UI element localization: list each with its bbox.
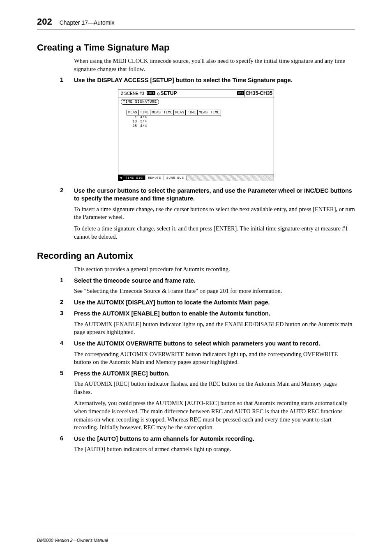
heading-time-signature-map: Creating a Time Signature Map <box>37 42 355 53</box>
step-body: To insert a time signature change, use t… <box>74 205 355 221</box>
step-body: Alternatively, you could press the AUTOM… <box>74 399 355 431</box>
meas-cell: 1 <box>127 115 139 120</box>
tab-filler <box>187 175 274 181</box>
page-number: 202 <box>37 16 52 27</box>
step-text: Use the AUTOMIX [DISPLAY] button to loca… <box>74 299 355 307</box>
step-body: The AUTOMIX [ENABLE] button indicator li… <box>74 320 355 336</box>
step-number: 1 <box>60 76 74 85</box>
time-signature-table: MEAS TIME MEAS TIME MEAS TIME MEAS TIME … <box>127 110 221 129</box>
page-header: 202 Chapter 17—Automix <box>37 16 355 30</box>
tab-remote[interactable]: REMOTE <box>145 175 164 180</box>
ch-icon: 96K <box>237 91 244 95</box>
step-2-3: 3 Press the AUTOMIX [ENABLE] button to e… <box>60 310 355 318</box>
table-row: 25 4/4 <box>127 124 221 129</box>
step-number: 2 <box>60 187 74 203</box>
step-1-2: 2 Use the cursor buttons to select the p… <box>60 187 355 203</box>
channel-range: CH35-CH35 <box>244 90 274 97</box>
step-body: The [AUTO] button indicators of armed ch… <box>74 445 355 454</box>
time-cell: 4/4 <box>138 115 150 120</box>
col-header: TIME <box>209 110 221 115</box>
step-body: The AUTOMIX [REC] button indicator flash… <box>74 380 355 396</box>
step-text: Select the timecode source and frame rat… <box>74 277 355 285</box>
step-text: Use the AUTOMIX OVERWRITE buttons to sel… <box>74 340 355 348</box>
meas-cell: 13 <box>127 120 139 124</box>
lcd-tabs: ◀ TIME SIG REMOTE SURR BUS <box>118 175 274 181</box>
lcd-body: TIME SIGNATURE MEAS TIME MEAS TIME MEAS … <box>118 97 274 175</box>
step-number: 2 <box>60 299 74 307</box>
time-cell: 3/4 <box>138 120 150 124</box>
section1-intro: When using the MIDI CLOCK timecode sourc… <box>74 57 355 73</box>
tab-arrow-left-icon[interactable]: ◀ <box>118 175 123 181</box>
col-header: MEAS <box>127 110 139 115</box>
table-row: 13 3/4 <box>127 120 221 124</box>
step-body: To delete a time signature change, selec… <box>74 225 355 241</box>
section2-intro: This section provides a general procedur… <box>74 265 355 274</box>
col-header: TIME <box>186 110 198 115</box>
col-header: MEAS <box>174 110 186 115</box>
time-signature-box: TIME SIGNATURE <box>121 99 159 105</box>
step-2-5: 5 Press the AUTOMIX [REC] button. <box>60 370 355 378</box>
col-header: TIME <box>138 110 150 115</box>
step-1-1: 1 Use the DISPLAY ACCESS [SETUP] button … <box>60 76 355 85</box>
table-row: 1 4/4 <box>127 115 221 120</box>
step-body: The corresponding AUTOMIX OVERWRITE butt… <box>74 350 355 366</box>
step-2-2: 2 Use the AUTOMIX [DISPLAY] button to lo… <box>60 299 355 307</box>
table-header-row: MEAS TIME MEAS TIME MEAS TIME MEAS TIME <box>127 110 221 115</box>
scene-label: 2 SCENE #3 <box>118 90 147 97</box>
lcd-titlebar: 2 SCENE #3 EDIT ◇SETUP 96K CH35-CH35 <box>118 90 274 97</box>
time-cell: 4/4 <box>138 124 150 129</box>
col-header: MEAS <box>197 110 209 115</box>
lcd-screenshot: 2 SCENE #3 EDIT ◇SETUP 96K CH35-CH35 TIM… <box>37 90 355 181</box>
heading-recording-automix: Recording an Automix <box>37 251 355 261</box>
edit-icon: EDIT <box>147 91 155 95</box>
col-header: TIME <box>162 110 174 115</box>
chapter-title: Chapter 17—Automix <box>60 19 115 26</box>
step-body: See "Selecting the Timecode Source & Fra… <box>74 287 355 295</box>
diamond-icon: ◇ <box>157 92 160 96</box>
page-footer: DM2000 Version 2—Owner's Manual <box>37 535 355 543</box>
col-header: MEAS <box>150 110 162 115</box>
step-text: Press the AUTOMIX [REC] button. <box>74 370 355 378</box>
step-text: Use the DISPLAY ACCESS [SETUP] button to… <box>74 76 355 85</box>
step-number: 4 <box>60 340 74 348</box>
step-number: 5 <box>60 370 74 378</box>
step-text: Press the AUTOMIX [ENABLE] button to ena… <box>74 310 355 318</box>
step-number: 3 <box>60 310 74 318</box>
setup-label: ◇SETUP <box>157 90 236 96</box>
step-text: Use the cursor buttons to select the par… <box>74 187 355 203</box>
step-2-1: 1 Select the timecode source and frame r… <box>60 277 355 285</box>
step-number: 6 <box>60 435 74 443</box>
step-number: 1 <box>60 277 74 285</box>
step-2-6: 6 Use the [AUTO] buttons to arm channels… <box>60 435 355 443</box>
step-text: Use the [AUTO] buttons to arm channels f… <box>74 435 355 443</box>
tab-time-sig[interactable]: TIME SIG <box>123 175 145 180</box>
step-2-4: 4 Use the AUTOMIX OVERWRITE buttons to s… <box>60 340 355 348</box>
tab-surr-bus[interactable]: SURR BUS <box>164 175 187 180</box>
meas-cell: 25 <box>127 124 139 129</box>
lcd-panel: 2 SCENE #3 EDIT ◇SETUP 96K CH35-CH35 TIM… <box>118 90 274 181</box>
